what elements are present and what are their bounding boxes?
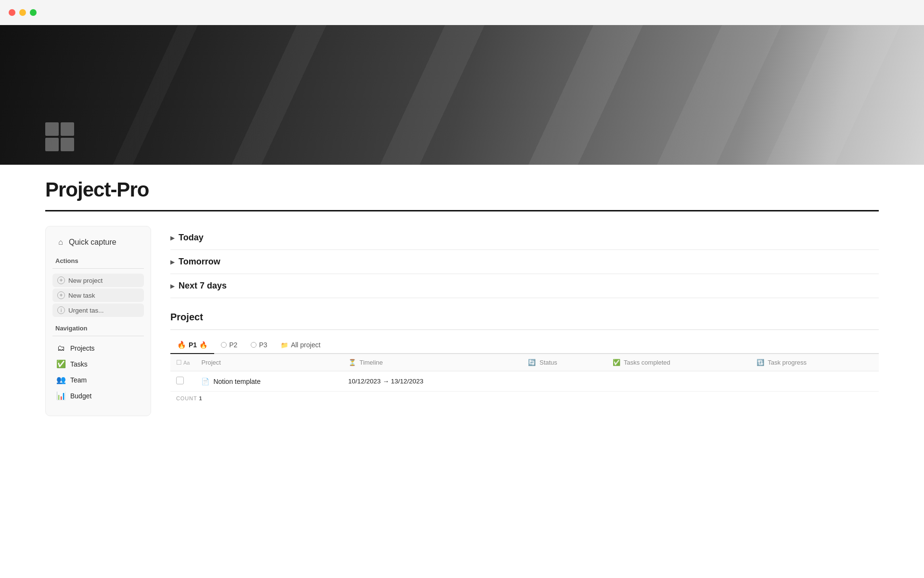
count-value: 1 <box>199 395 203 401</box>
nav-divider <box>52 336 144 336</box>
tab-p2-dot <box>221 342 227 348</box>
add-icon-project: + <box>57 276 65 284</box>
th-tasks-label: Tasks completed <box>624 359 670 366</box>
tab-p1-fire: 🔥 <box>199 341 207 349</box>
minimize-button[interactable] <box>19 9 26 16</box>
row-checkbox[interactable] <box>176 377 184 384</box>
project-heading: Project <box>170 312 879 323</box>
tasks-label: Tasks <box>70 360 88 368</box>
timeline-start: 10/12/2023 <box>348 378 381 385</box>
th-tasks-completed: ✅ Tasks completed <box>607 354 751 371</box>
checkbox-header-icon: ☐ <box>176 359 182 366</box>
project-tabs: 🔥 P1 🔥 P2 P3 📁 All project <box>170 337 879 354</box>
hero-icon-sq-4 <box>61 138 74 151</box>
actions-divider <box>52 268 144 269</box>
quick-capture-item[interactable]: ⌂ Quick capture <box>52 235 144 250</box>
next7days-section[interactable]: ▶ Next 7 days <box>170 274 879 298</box>
sidebar-item-budget[interactable]: 📊 Budget <box>52 388 144 403</box>
notion-page-icon: 📄 <box>201 378 209 385</box>
tab-all[interactable]: 📁 All project <box>274 337 327 354</box>
sidebar-item-projects[interactable]: 🗂 Projects <box>52 341 144 355</box>
tab-p3[interactable]: P3 <box>244 337 274 354</box>
tab-p3-dot <box>251 342 257 348</box>
aa-icon: Aa <box>183 360 190 366</box>
sidebar-item-tasks[interactable]: ✅ Tasks <box>52 356 144 371</box>
sidebar-item-team[interactable]: 👥 Team <box>52 372 144 387</box>
progress-icon: 🔃 <box>757 359 764 366</box>
th-project: Project <box>195 354 342 371</box>
budget-icon: 📊 <box>56 391 66 400</box>
th-status: 🔄 Status <box>522 354 606 371</box>
th-checkbox: ☐ Aa <box>170 354 195 371</box>
team-icon: 👥 <box>56 375 66 384</box>
row-timeline: 10/12/2023 → 13/12/2023 <box>343 371 523 392</box>
tomorrow-section[interactable]: ▶ Tomorrow <box>170 250 879 274</box>
urgent-task-label: Urgent tas... <box>68 307 104 314</box>
th-timeline-label: Timeline <box>359 359 383 366</box>
hero-icon-sq-3 <box>45 138 59 151</box>
tasks-icon: ✅ <box>56 359 66 368</box>
info-icon-urgent: i <box>57 306 65 314</box>
hero-icon <box>45 122 74 151</box>
tab-p1-label: P1 <box>189 341 197 349</box>
tomorrow-label: Tomorrow <box>179 257 220 267</box>
count-row: COUNT 1 <box>170 392 879 405</box>
today-toggle-icon: ▶ <box>170 235 175 241</box>
today-section[interactable]: ▶ Today <box>170 226 879 250</box>
th-status-label: Status <box>539 359 557 366</box>
new-project-label: New project <box>68 277 103 284</box>
nav-label: Navigation <box>55 325 144 332</box>
content-area: ▶ Today ▶ Tomorrow ▶ Next 7 days Project… <box>170 226 879 405</box>
tab-p2-label: P2 <box>229 341 237 349</box>
urgent-task-button[interactable]: i Urgent tas... <box>52 303 144 317</box>
page-title: Project-Pro <box>45 178 879 201</box>
quick-capture-label: Quick capture <box>69 238 116 247</box>
team-label: Team <box>70 376 87 384</box>
projects-label: Projects <box>70 344 95 352</box>
hourglass-icon: ⏳ <box>348 359 356 366</box>
timeline-arrow: → <box>383 378 391 385</box>
th-progress-label: Task progress <box>768 359 807 366</box>
row-checkbox-cell[interactable] <box>170 371 195 392</box>
row-tasks-completed <box>607 371 751 392</box>
fullscreen-button[interactable] <box>30 9 37 16</box>
new-project-button[interactable]: + New project <box>52 274 144 287</box>
tomorrow-toggle-icon: ▶ <box>170 259 175 265</box>
new-task-button[interactable]: + New task <box>52 289 144 302</box>
hero-icon-sq-1 <box>45 122 59 136</box>
fire-icon: 🔥 <box>177 341 186 349</box>
add-icon-task: + <box>57 291 65 299</box>
tab-p3-label: P3 <box>259 341 267 349</box>
tab-p1[interactable]: 🔥 P1 🔥 <box>170 337 214 354</box>
new-task-label: New task <box>68 292 95 299</box>
th-timeline: ⏳ Timeline <box>343 354 523 371</box>
main-layout: ⌂ Quick capture Actions + New project + … <box>0 211 924 431</box>
row-project-name: 📄 Notion template <box>195 371 342 392</box>
timeline-end: 13/12/2023 <box>391 378 424 385</box>
folder-icon: 📁 <box>281 342 288 349</box>
check-circle-icon: ✅ <box>613 359 620 366</box>
project-divider <box>170 329 879 330</box>
project-name-text: Notion template <box>213 378 260 385</box>
row-status <box>522 371 606 392</box>
th-task-progress: 🔃 Task progress <box>751 354 879 371</box>
actions-label: Actions <box>55 257 144 264</box>
th-project-label: Project <box>201 359 220 366</box>
projects-icon: 🗂 <box>56 344 66 353</box>
status-icon: 🔄 <box>528 359 536 366</box>
hero-banner <box>0 25 924 165</box>
tab-all-label: All project <box>291 341 320 349</box>
next7-toggle-icon: ▶ <box>170 283 175 289</box>
page-title-area: Project-Pro <box>0 165 924 201</box>
table-row: 📄 Notion template 10/12/2023 → 13/12/202… <box>170 371 879 392</box>
close-button[interactable] <box>9 9 15 16</box>
project-table: ☐ Aa Project ⏳ Timeline 🔄 <box>170 354 879 392</box>
row-task-progress <box>751 371 879 392</box>
hero-icon-sq-2 <box>61 122 74 136</box>
budget-label: Budget <box>70 392 91 400</box>
home-icon: ⌂ <box>56 238 65 247</box>
project-section: Project 🔥 P1 🔥 P2 P3 📁 <box>170 312 879 405</box>
sidebar: ⌂ Quick capture Actions + New project + … <box>45 226 151 416</box>
next7days-label: Next 7 days <box>179 281 227 291</box>
tab-p2[interactable]: P2 <box>214 337 244 354</box>
